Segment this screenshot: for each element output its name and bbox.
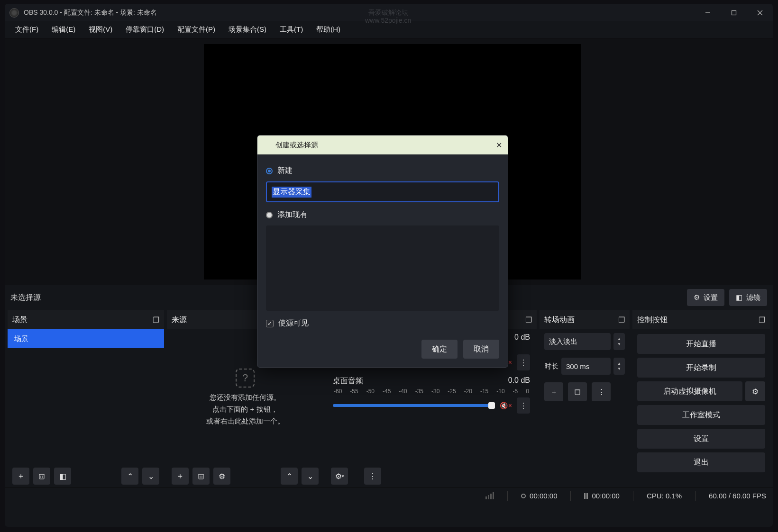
ok-button[interactable]: 确定	[421, 340, 458, 359]
svg-rect-12	[575, 390, 580, 395]
scenes-dock: 场景 ❐ 场景 ＋ ◧ ⌃ ⌄	[8, 310, 164, 487]
start-virtual-cam-button[interactable]: 启动虚拟摄像机	[637, 381, 742, 401]
window-title: OBS 30.0.0 - 配置文件: 未命名 - 场景: 未命名	[24, 9, 157, 17]
menu-profile[interactable]: 配置文件(P)	[171, 22, 222, 37]
record-dot-icon	[521, 494, 526, 498]
volume-slider[interactable]	[333, 404, 495, 407]
maximize-button[interactable]	[721, 4, 747, 21]
cancel-button[interactable]: 取消	[463, 340, 499, 359]
titlebar[interactable]: OBS 30.0.0 - 配置文件: 未命名 - 场景: 未命名	[5, 4, 773, 21]
menu-dock[interactable]: 停靠窗口(D)	[119, 22, 171, 37]
add-transition-button[interactable]: ＋	[544, 382, 563, 401]
move-scene-up-button[interactable]: ⌃	[121, 468, 138, 485]
controls-dock: 控制按钮 ❐ 开始直播 开始录制 启动虚拟摄像机 ⚙ 工作室模式 设置 退出	[632, 310, 770, 487]
channel-menu-button[interactable]: ⋮	[517, 354, 530, 370]
studio-mode-button[interactable]: 工作室模式	[637, 405, 765, 425]
transition-select[interactable]: 淡入淡出	[544, 333, 611, 350]
transitions-dock: 转场动画 ❐ 淡入淡出 ▲▼ 时长 300 ms ▲▼ ＋ ⋮	[540, 310, 630, 487]
transitions-title: 转场动画	[544, 315, 575, 325]
remove-transition-button[interactable]	[568, 382, 587, 401]
transition-menu-button[interactable]: ⋮	[592, 382, 611, 401]
scene-item[interactable]: 场景	[8, 329, 164, 348]
menu-edit[interactable]: 编辑(E)	[45, 22, 82, 37]
menu-tools[interactable]: 工具(T)	[273, 22, 310, 37]
checkbox-icon: ✓	[266, 320, 274, 327]
source-properties-button[interactable]: ⚙	[213, 468, 230, 485]
menubar: 文件(F) 编辑(E) 视图(V) 停靠窗口(D) 配置文件(P) 场景集合(S…	[5, 21, 773, 38]
scene-filters-button[interactable]: ◧	[54, 468, 71, 485]
dialog-title: 创建或选择源	[275, 141, 318, 150]
close-button[interactable]	[747, 4, 773, 21]
create-source-dialog: 创建或选择源 ✕ 新建 显示器采集 添加现有 ✓ 使源可见 确定 取消	[257, 135, 508, 368]
mixer-settings-button[interactable]: ⚙▾	[331, 468, 348, 485]
radio-icon	[266, 168, 273, 174]
obs-logo-icon	[263, 141, 272, 149]
transition-stepper[interactable]: ▲▼	[613, 333, 625, 350]
move-source-up-button[interactable]: ⌃	[281, 468, 298, 485]
menu-file[interactable]: 文件(F)	[9, 22, 45, 37]
duration-input[interactable]: 300 ms	[561, 358, 611, 375]
menu-scene-collection[interactable]: 场景集合(S)	[222, 22, 273, 37]
duration-label: 时长	[544, 362, 558, 371]
start-recording-button[interactable]: 开始录制	[637, 358, 765, 378]
exit-button[interactable]: 退出	[637, 452, 765, 472]
radio-create-new[interactable]: 新建	[266, 166, 499, 176]
menu-view[interactable]: 视图(V)	[82, 22, 119, 37]
radio-icon	[266, 212, 273, 218]
channel-name: 桌面音频	[333, 376, 363, 386]
make-visible-checkbox[interactable]: ✓ 使源可见	[266, 318, 499, 328]
source-filters-button[interactable]: ◧ 滤镜	[729, 289, 767, 306]
signal-icon	[485, 492, 494, 499]
sources-title: 来源	[172, 315, 187, 325]
meter-scale: -60-55-50-45-40-35-30-25-20-15-10-50	[333, 388, 530, 395]
gear-icon: ⚙	[694, 293, 700, 302]
statusbar: 00:00:00 00:00:00 CPU: 0.1% 60.00 / 60.0…	[5, 487, 773, 504]
virtual-cam-settings-button[interactable]: ⚙	[745, 381, 765, 401]
dialog-titlebar[interactable]: 创建或选择源 ✕	[257, 135, 508, 154]
channel-level: 0 dB	[514, 333, 530, 343]
controls-title: 控制按钮	[637, 315, 668, 325]
settings-button[interactable]: 设置	[637, 429, 765, 449]
filters-icon: ◧	[736, 293, 742, 302]
svg-rect-4	[39, 474, 44, 479]
move-scene-down-button[interactable]: ⌄	[142, 468, 159, 485]
obs-logo-icon	[9, 8, 19, 18]
popout-icon[interactable]: ❐	[618, 316, 625, 325]
mixer-channel: 桌面音频 0.0 dB -60-55-50-45-40-35-30-25-20-…	[326, 372, 537, 415]
record-status: 00:00:00	[584, 492, 619, 500]
pause-icon	[584, 493, 588, 499]
channel-menu-button[interactable]: ⋮	[517, 397, 530, 414]
fps-display: 60.00 / 60.00 FPS	[709, 492, 766, 500]
mixer-menu-button[interactable]: ⋮	[364, 468, 381, 485]
cpu-usage: CPU: 0.1%	[647, 492, 682, 500]
popout-icon[interactable]: ❐	[759, 316, 765, 325]
question-icon: ?	[236, 369, 255, 388]
source-name-input[interactable]: 显示器采集	[266, 181, 499, 202]
stream-status: 00:00:00	[521, 492, 557, 500]
remove-source-button[interactable]	[192, 468, 210, 485]
mute-button[interactable]: 🔇 ×	[500, 402, 512, 409]
no-source-label: 未选择源	[10, 293, 41, 303]
scenes-title: 场景	[12, 315, 27, 325]
radio-add-existing[interactable]: 添加现有	[266, 210, 499, 220]
move-source-down-button[interactable]: ⌄	[302, 468, 319, 485]
dialog-close-button[interactable]: ✕	[496, 141, 502, 150]
svg-rect-8	[199, 474, 203, 479]
add-scene-button[interactable]: ＋	[12, 468, 29, 485]
popout-icon[interactable]: ❐	[525, 316, 532, 325]
svg-rect-1	[732, 10, 736, 15]
channel-level: 0.0 dB	[508, 376, 530, 386]
menu-help[interactable]: 帮助(H)	[310, 22, 347, 37]
minimize-button[interactable]	[695, 4, 721, 21]
add-source-button[interactable]: ＋	[172, 468, 189, 485]
source-properties-button[interactable]: ⚙ 设置	[687, 289, 724, 306]
existing-sources-list[interactable]	[266, 225, 499, 311]
remove-scene-button[interactable]	[33, 468, 50, 485]
start-streaming-button[interactable]: 开始直播	[637, 334, 765, 354]
popout-icon[interactable]: ❐	[153, 316, 159, 325]
duration-stepper[interactable]: ▲▼	[613, 358, 625, 375]
